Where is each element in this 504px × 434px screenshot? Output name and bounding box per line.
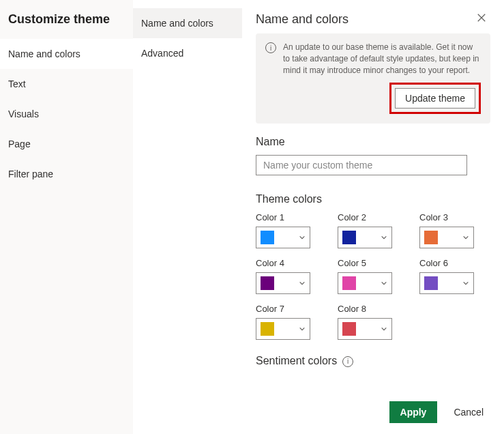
- nav-item-name-and-colors[interactable]: Name and colors: [0, 39, 133, 69]
- color-picker[interactable]: [256, 318, 310, 340]
- cancel-button[interactable]: Cancel: [447, 401, 490, 423]
- close-icon: [477, 13, 486, 23]
- color-swatch: [342, 276, 356, 290]
- color-item: Color 7: [256, 304, 324, 340]
- color-swatch: [261, 276, 274, 290]
- nav-item-filter-pane[interactable]: Filter pane: [0, 159, 133, 189]
- color-swatch: [261, 322, 274, 336]
- color-picker[interactable]: [256, 227, 310, 248]
- color-swatch: [342, 322, 356, 336]
- color-item: Color 8: [338, 304, 406, 340]
- color-picker[interactable]: [338, 227, 392, 248]
- chevron-down-icon: [462, 278, 469, 289]
- color-swatch: [342, 231, 356, 244]
- chevron-down-icon: [299, 278, 306, 289]
- color-label: Color 5: [338, 258, 406, 268]
- color-label: Color 2: [338, 212, 406, 222]
- color-swatch: [424, 276, 438, 290]
- chevron-down-icon: [381, 323, 387, 334]
- chevron-down-icon: [381, 232, 387, 243]
- primary-sidebar: Customize theme Name and colors Text Vis…: [0, 0, 133, 434]
- color-item: Color 2: [338, 212, 406, 248]
- name-section-label: Name: [256, 136, 490, 148]
- sentiment-colors-label: Sentiment colors: [256, 355, 337, 367]
- color-picker[interactable]: [338, 318, 392, 340]
- panel-content: i An update to our base theme is availab…: [242, 33, 504, 390]
- subnav-item-advanced[interactable]: Advanced: [133, 38, 242, 68]
- color-label: Color 8: [338, 304, 406, 314]
- chevron-down-icon: [381, 278, 387, 289]
- chevron-down-icon: [299, 232, 306, 243]
- nav-item-page[interactable]: Page: [0, 129, 133, 159]
- sub-sidebar: Name and colors Advanced: [133, 0, 242, 434]
- color-swatch: [424, 231, 438, 244]
- info-icon: i: [265, 42, 276, 53]
- theme-colors-label: Theme colors: [256, 193, 490, 205]
- nav-item-text[interactable]: Text: [0, 69, 133, 99]
- color-label: Color 3: [419, 212, 488, 222]
- color-picker[interactable]: [419, 272, 474, 294]
- color-swatch: [261, 231, 274, 244]
- info-icon[interactable]: i: [342, 356, 353, 367]
- color-item: Color 5: [338, 258, 406, 294]
- main-panel: Name and colors i An update to our base …: [242, 0, 504, 434]
- dialog-footer: Apply Cancel: [242, 390, 504, 434]
- color-picker[interactable]: [419, 227, 474, 248]
- update-theme-card: i An update to our base theme is availab…: [256, 33, 490, 124]
- update-message: An update to our base theme is available…: [283, 42, 481, 76]
- update-theme-button[interactable]: Update theme: [395, 88, 475, 108]
- theme-colors-grid: Color 1Color 2Color 3Color 4Color 5Color…: [256, 212, 490, 340]
- sentiment-colors-section: Sentiment colors i: [256, 355, 490, 367]
- chevron-down-icon: [462, 232, 469, 243]
- close-button[interactable]: [477, 13, 490, 27]
- chevron-down-icon: [299, 323, 306, 334]
- panel-header: Name and colors: [242, 0, 504, 33]
- color-item: Color 1: [256, 212, 324, 248]
- color-label: Color 6: [419, 258, 488, 268]
- panel-title: Name and colors: [256, 12, 349, 27]
- color-label: Color 1: [256, 212, 324, 222]
- color-picker[interactable]: [256, 272, 310, 294]
- subnav-item-name-and-colors[interactable]: Name and colors: [133, 8, 242, 38]
- update-button-highlight: Update theme: [389, 83, 481, 114]
- color-picker[interactable]: [338, 272, 392, 294]
- color-label: Color 4: [256, 258, 324, 268]
- color-item: Color 3: [419, 212, 488, 248]
- color-item: Color 6: [419, 258, 488, 294]
- color-item: Color 4: [256, 258, 324, 294]
- theme-name-input[interactable]: [256, 155, 467, 175]
- apply-button[interactable]: Apply: [389, 401, 438, 423]
- color-label: Color 7: [256, 304, 324, 314]
- nav-item-visuals[interactable]: Visuals: [0, 99, 133, 129]
- dialog-title: Customize theme: [0, 8, 133, 39]
